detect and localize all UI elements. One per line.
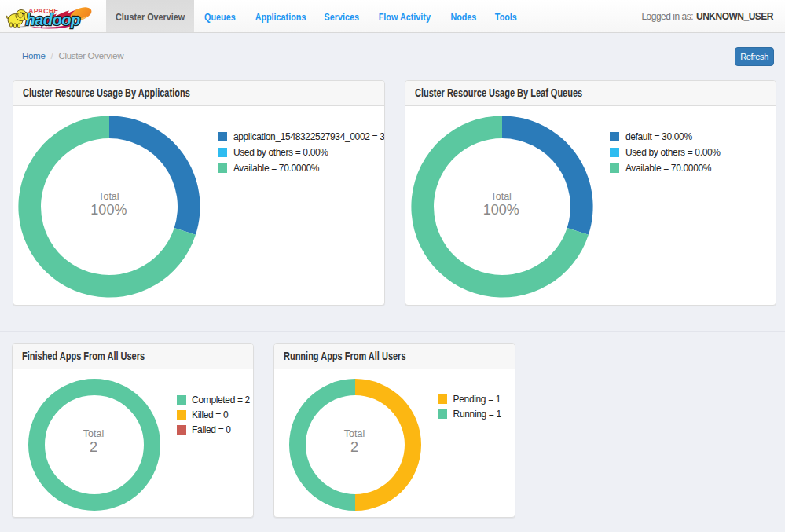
svg-text:hadoop: hadoop — [26, 11, 80, 28]
